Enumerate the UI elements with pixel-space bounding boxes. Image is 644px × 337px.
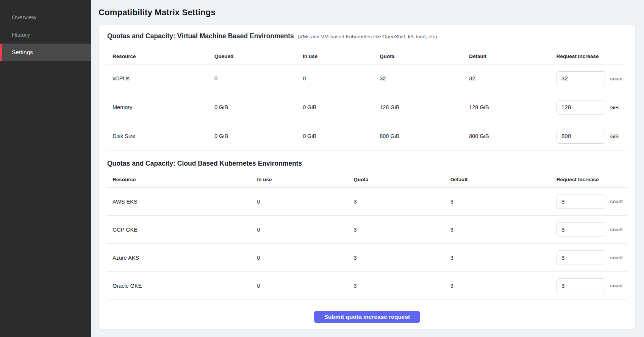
in-use-value: 0 GiB <box>297 93 374 122</box>
in-use-value: 0 <box>252 188 348 216</box>
sidebar: Overview History Settings <box>0 0 91 337</box>
resource-name: Disk Size <box>107 122 209 150</box>
resource-name: Memory <box>107 93 209 122</box>
request-increase-cell: count <box>556 278 627 293</box>
unit-label: count <box>610 76 623 82</box>
column-header-request-increase: Request Increase <box>551 42 627 64</box>
main-content: Compatibility Matrix Settings Quotas and… <box>91 0 644 337</box>
resource-name: vCPUs <box>107 64 209 93</box>
resource-name: Azure AKS <box>107 244 252 272</box>
quota-value: 3 <box>349 272 445 300</box>
table-row-memory: Memory 0 GiB 0 GiB 128 GiB 128 GiB GiB <box>107 93 627 122</box>
unit-label: GiB <box>610 105 619 110</box>
disk-size-request-input[interactable] <box>556 129 605 144</box>
quota-value: 800 GiB <box>374 122 464 150</box>
default-value: 800 GiB <box>464 122 551 150</box>
submit-quota-button[interactable]: Submit quota increase request <box>314 311 420 323</box>
quota-value: 128 GiB <box>374 93 464 122</box>
vcpus-request-input[interactable] <box>556 71 605 86</box>
oracle-oke-request-input[interactable] <box>556 278 605 293</box>
table-row-gcp-gke: GCP GKE 0 3 3 count <box>107 216 627 244</box>
in-use-value: 0 GiB <box>297 122 374 150</box>
sidebar-item-label: History <box>12 31 30 38</box>
resource-name: AWS EKS <box>107 188 252 216</box>
memory-request-input[interactable] <box>556 100 605 115</box>
column-header-resource: Resource <box>107 42 209 64</box>
default-value: 3 <box>445 188 551 216</box>
in-use-value: 0 <box>252 244 348 272</box>
vm-section-header: Quotas and Capacity: Virtual Machine Bas… <box>107 31 627 42</box>
vm-section-title: Quotas and Capacity: Virtual Machine Bas… <box>107 31 294 41</box>
table-row-vcpus: vCPUs 0 0 32 32 count <box>107 64 627 93</box>
resource-name: Oracle OKE <box>107 272 252 300</box>
request-increase-cell: GiB <box>556 129 627 144</box>
column-header-in-use: In use <box>252 168 348 188</box>
in-use-value: 0 <box>252 216 348 244</box>
in-use-value: 0 <box>297 64 374 93</box>
quota-value: 32 <box>374 64 464 93</box>
cloud-section-header: Quotas and Capacity: Cloud Based Kuberne… <box>107 158 627 168</box>
sidebar-item-label: Settings <box>12 49 33 56</box>
queued-value: 0 GiB <box>209 122 297 150</box>
sidebar-item-label: Overview <box>12 14 36 21</box>
request-increase-cell: count <box>556 222 627 237</box>
vm-quota-table: Resource Queued In use Quota Default Req… <box>107 42 627 151</box>
column-header-default: Default <box>464 42 551 64</box>
unit-label: count <box>610 255 623 260</box>
request-increase-cell: count <box>556 250 627 265</box>
unit-label: count <box>610 227 623 232</box>
sidebar-item-settings[interactable]: Settings <box>0 44 91 61</box>
unit-label: GiB <box>610 133 619 139</box>
table-row-azure-aks: Azure AKS 0 3 3 count <box>107 244 627 272</box>
queued-value: 0 <box>209 64 297 93</box>
quota-value: 3 <box>349 188 445 216</box>
column-header-in-use: In use <box>297 42 374 64</box>
default-value: 128 GiB <box>464 93 551 122</box>
table-row-oracle-oke: Oracle OKE 0 3 3 count <box>107 272 627 300</box>
quota-settings-card: Quotas and Capacity: Virtual Machine Bas… <box>98 25 636 330</box>
gcp-gke-request-input[interactable] <box>556 222 605 237</box>
queued-value: 0 GiB <box>209 93 297 122</box>
unit-label: count <box>610 283 623 288</box>
column-header-resource: Resource <box>107 168 252 188</box>
default-value: 32 <box>464 64 551 93</box>
azure-aks-request-input[interactable] <box>556 250 605 265</box>
column-header-default: Default <box>445 168 551 188</box>
default-value: 3 <box>445 244 551 272</box>
column-header-quota: Quota <box>374 42 464 64</box>
cloud-section-title: Quotas and Capacity: Cloud Based Kuberne… <box>107 158 302 168</box>
quota-value: 3 <box>349 216 445 244</box>
request-increase-cell: count <box>556 71 627 86</box>
submit-row: Submit quota increase request <box>107 311 627 323</box>
page-title: Compatibility Matrix Settings <box>98 7 636 18</box>
sidebar-item-overview[interactable]: Overview <box>0 9 91 26</box>
unit-label: count <box>610 199 623 204</box>
column-header-quota: Quota <box>349 168 445 188</box>
table-row-disk-size: Disk Size 0 GiB 0 GiB 800 GiB 800 GiB Gi… <box>107 122 627 150</box>
default-value: 3 <box>445 216 551 244</box>
in-use-value: 0 <box>252 272 348 300</box>
table-row-aws-eks: AWS EKS 0 3 3 count <box>107 188 627 216</box>
vm-table-header-row: Resource Queued In use Quota Default Req… <box>107 42 627 64</box>
cloud-table-header-row: Resource In use Quota Default Request In… <box>107 168 627 188</box>
vm-section-subtitle: (VMs and VM-based Kubernetes like OpenSh… <box>298 32 437 42</box>
request-increase-cell: GiB <box>556 100 627 115</box>
aws-eks-request-input[interactable] <box>556 194 605 209</box>
sidebar-item-history[interactable]: History <box>0 26 91 44</box>
resource-name: GCP GKE <box>107 216 252 244</box>
quota-value: 3 <box>349 244 445 272</box>
column-header-queued: Queued <box>209 42 297 64</box>
default-value: 3 <box>445 272 551 300</box>
column-header-request-increase: Request Increase <box>551 168 627 188</box>
cloud-quota-table: Resource In use Quota Default Request In… <box>107 168 627 300</box>
request-increase-cell: count <box>556 194 627 209</box>
